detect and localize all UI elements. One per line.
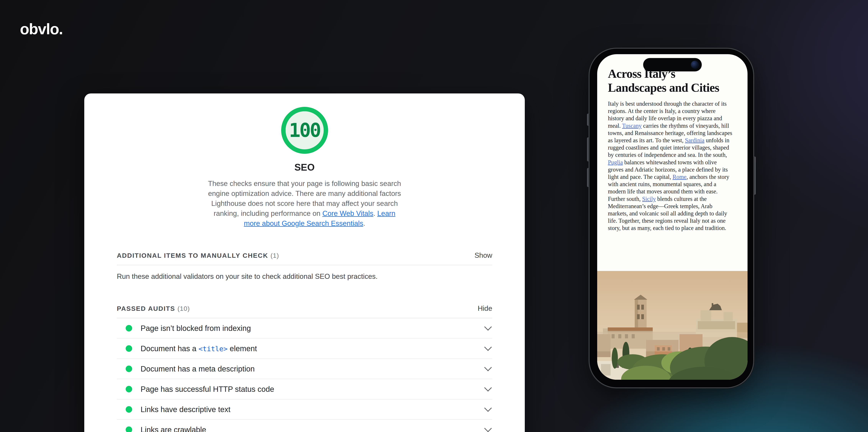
show-toggle-button[interactable]: Show — [474, 251, 492, 259]
audit-row[interactable]: Links have descriptive text — [117, 399, 492, 420]
article-link[interactable]: Puglia — [608, 159, 623, 166]
category-title: SEO — [117, 162, 492, 173]
audit-row[interactable]: Page has successful HTTP status code — [117, 379, 492, 399]
article-body: Italy is best understood through the cha… — [608, 100, 733, 232]
text-segment: Page isn’t blocked from indexing — [141, 324, 251, 333]
description-link[interactable]: Core Web Vitals — [322, 210, 373, 217]
manual-check-description: Run these additional validators on your … — [117, 273, 492, 281]
phone-screen: Across Italy’s Landscapes and Cities Ita… — [597, 54, 747, 380]
section-title-text: PASSED AUDITS — [117, 305, 175, 312]
rome-skyline-illustration — [597, 271, 747, 380]
code-snippet: <title> — [198, 345, 227, 353]
front-camera-icon — [691, 61, 699, 69]
seo-score-value: 100 — [289, 119, 320, 142]
article-link[interactable]: Rome — [673, 174, 686, 180]
section-count: (10) — [178, 305, 190, 312]
audit-label: Links are crawlable — [141, 426, 206, 432]
brand-logo: obvlo. — [20, 20, 63, 38]
section-divider — [117, 265, 492, 265]
pass-dot-icon — [126, 386, 132, 392]
pass-dot-icon — [126, 427, 132, 432]
chevron-down-icon[interactable] — [484, 343, 492, 351]
rome-skyline-photo — [597, 271, 747, 380]
audit-row[interactable]: Document has a meta description — [117, 359, 492, 379]
audit-label: Links have descriptive text — [141, 405, 230, 414]
volume-up-button — [587, 137, 589, 161]
audit-row[interactable]: Document has a <title> element — [117, 339, 492, 359]
lighthouse-report-card: 100 SEO These checks ensure that your pa… — [84, 93, 525, 432]
chevron-down-icon[interactable] — [484, 404, 492, 412]
passed-audits-section: PASSED AUDITS (10) Hide Page isn’t block… — [117, 305, 492, 432]
text-segment: Links have descriptive text — [141, 405, 230, 413]
text-segment: Links are crawlable — [141, 426, 206, 432]
audit-label: Page has successful HTTP status code — [141, 385, 274, 394]
article-link[interactable]: Sardinia — [685, 137, 705, 144]
pass-dot-icon — [126, 406, 132, 413]
power-button — [753, 156, 756, 195]
pass-dot-icon — [126, 366, 132, 372]
seo-score-gauge[interactable]: 100 — [281, 107, 328, 154]
text-segment: element — [227, 344, 257, 353]
chevron-down-icon[interactable] — [484, 323, 492, 331]
audit-label: Page isn’t blocked from indexing — [141, 324, 251, 333]
article-title-line: Landscapes and Cities — [608, 81, 737, 95]
audit-row[interactable]: Page isn’t blocked from indexing — [117, 318, 492, 339]
iphone-mockup: Across Italy’s Landscapes and Cities Ita… — [590, 49, 753, 388]
pass-dot-icon — [126, 345, 132, 352]
action-button — [587, 114, 589, 126]
passed-audits-list: Page isn’t blocked from indexingDocument… — [117, 318, 492, 432]
passed-audits-title: PASSED AUDITS (10) — [117, 305, 190, 312]
audit-label: Document has a meta description — [141, 365, 255, 373]
category-description: These checks ensure that your page is fo… — [208, 179, 401, 228]
text-segment: Document has a — [141, 344, 198, 353]
article-link[interactable]: Sicily — [642, 196, 656, 202]
chevron-down-icon[interactable] — [484, 364, 492, 371]
hide-toggle-button[interactable]: Hide — [478, 305, 492, 312]
text-segment: . — [373, 210, 377, 217]
section-count: (1) — [271, 252, 279, 259]
audit-row[interactable]: Links are crawlable — [117, 420, 492, 432]
chevron-down-icon[interactable] — [484, 425, 492, 432]
manual-check-title: ADDITIONAL ITEMS TO MANUALLY CHECK (1) — [117, 252, 279, 259]
text-segment: Page has successful HTTP status code — [141, 385, 274, 393]
manual-check-section: ADDITIONAL ITEMS TO MANUALLY CHECK (1) S… — [117, 251, 492, 281]
section-title-text: ADDITIONAL ITEMS TO MANUALLY CHECK — [117, 252, 268, 259]
audit-label: Document has a <title> element — [141, 344, 257, 353]
article-link[interactable]: Tuscany — [622, 123, 642, 129]
chevron-down-icon[interactable] — [484, 384, 492, 392]
text-segment: . — [363, 219, 365, 227]
text-segment: Document has a meta description — [141, 365, 255, 373]
volume-down-button — [587, 168, 589, 187]
dynamic-island — [643, 58, 702, 71]
pass-dot-icon — [126, 325, 132, 332]
